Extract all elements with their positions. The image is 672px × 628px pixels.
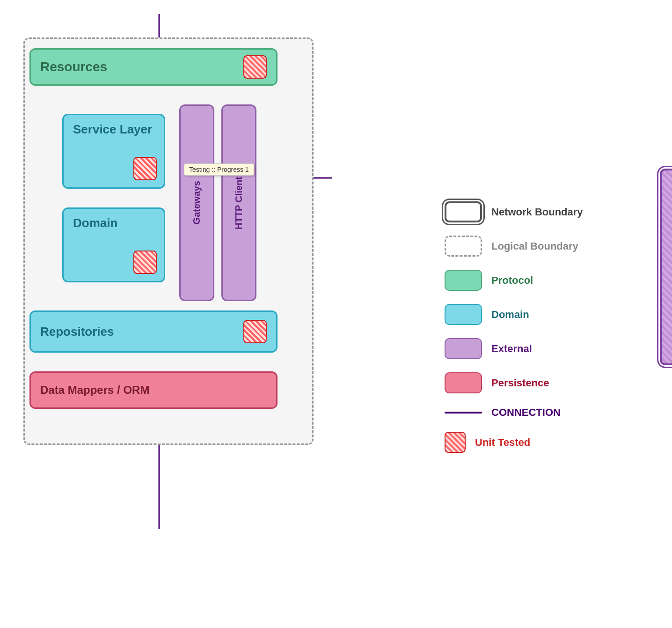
legend-unit-tested-label: Unit Tested (475, 436, 530, 449)
service-layer-unit-tested-icon (133, 157, 157, 180)
resources-label: Resources (40, 59, 107, 74)
legend-item-network: Network Boundary (445, 201, 655, 222)
legend-persistence-label: Persistence (491, 377, 549, 389)
gateways-label: Gateways (191, 181, 202, 224)
resources-unit-tested-icon (243, 55, 267, 79)
http-client-box: HTTP Client (221, 104, 256, 301)
legend-item-logical: Logical Boundary (445, 236, 655, 257)
legend-protocol-label: Protocol (491, 274, 533, 287)
data-mappers-label: Data Mappers / ORM (40, 384, 149, 397)
legend-item-unit-tested: Unit Tested (445, 432, 655, 453)
tooltip: Testing :: Progress 1 (184, 163, 254, 176)
repositories-unit-tested-icon (243, 320, 267, 343)
legend-external-label: External (491, 343, 532, 355)
http-client-label: HTTP Client (234, 177, 244, 229)
legend-connection-label: CONNECTION (491, 406, 561, 419)
main-container: Resources Service Layer Domain Gateways … (14, 14, 658, 613)
legend-persistence-icon (445, 372, 482, 393)
legend-external-icon (445, 338, 482, 359)
legend-network-boundary-icon (445, 201, 482, 222)
legend-item-domain: Domain (445, 304, 655, 325)
resources-box: Resources (29, 48, 278, 86)
legend-domain-label: Domain (491, 309, 529, 321)
logical-boundary: Resources Service Layer Domain Gateways … (23, 37, 314, 445)
service-layer-box: Service Layer (62, 114, 165, 189)
domain-box: Domain (62, 207, 165, 282)
data-mappers-box: Data Mappers / ORM (29, 371, 278, 409)
legend-item-connection: CONNECTION (445, 406, 655, 419)
legend-item-persistence: Persistence (445, 372, 655, 393)
legend-logical-boundary-icon (445, 236, 482, 257)
legend-connection-icon (445, 412, 482, 414)
legend-unit-tested-icon (445, 432, 466, 453)
legend-network-label: Network Boundary (491, 206, 583, 218)
legend-logical-label: Logical Boundary (491, 240, 578, 252)
service-layer-label: Service Layer (73, 122, 152, 137)
repositories-label: Repositories (40, 325, 114, 339)
legend-item-external: External (445, 338, 655, 359)
domain-unit-tested-icon (133, 251, 157, 274)
external-service-box: External Service (660, 169, 672, 365)
repositories-box: Repositories (29, 310, 278, 353)
gateways-box: Gateways (179, 104, 214, 301)
domain-label: Domain (73, 216, 117, 230)
legend-item-protocol: Protocol (445, 270, 655, 291)
legend: Network Boundary Logical Boundary Protoc… (445, 201, 655, 466)
legend-domain-icon (445, 304, 482, 325)
legend-protocol-icon (445, 270, 482, 291)
